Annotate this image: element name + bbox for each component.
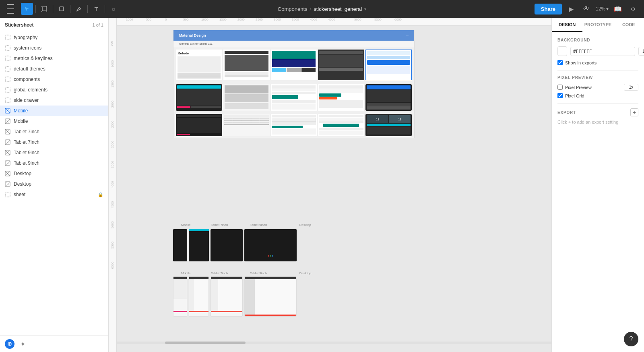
- dashed-rect-icon: [5, 35, 10, 40]
- background-color-swatch[interactable]: [557, 46, 567, 56]
- chevron-down-icon[interactable]: ▾: [364, 7, 366, 11]
- right-panel-body: BACKGROUND Show in exports PIXEL PREVIEW: [552, 32, 644, 352]
- sidebar-item-components[interactable]: components: [0, 74, 108, 85]
- share-button[interactable]: Share: [535, 4, 562, 14]
- svg-line-3: [41, 11, 42, 12]
- preview-button[interactable]: 👁: [580, 3, 592, 15]
- sidebar-item-label: Mobile: [14, 118, 28, 124]
- banner-title: Material Design: [179, 33, 206, 37]
- sidebar-item-tablet-7inch-1[interactable]: Tablet 7inch: [0, 126, 108, 137]
- ruler-mark: 2500: [111, 121, 114, 128]
- text-tool[interactable]: T: [90, 3, 102, 15]
- canvas-scrollbar[interactable]: [117, 342, 551, 344]
- zoom-indicator[interactable]: 12% ▾: [596, 6, 609, 12]
- zoom-chevron: ▾: [606, 6, 609, 12]
- settings-button[interactable]: ⚙: [627, 3, 639, 15]
- sidebar-item-label: Desktop: [14, 181, 31, 187]
- pen-tool[interactable]: [73, 3, 85, 15]
- tablet9-label: Tablet 9inch: [250, 223, 267, 227]
- main-layout: Stickersheet 1 of 1 typography: [0, 18, 644, 352]
- cross-rect-icon: [5, 108, 10, 114]
- ruler-top: -1000 -500 0 500 1000 1500 2000 2500 300…: [109, 18, 551, 26]
- dashed-rect-icon: [5, 66, 10, 72]
- canvas-scrollbar-thumb[interactable]: [165, 342, 246, 344]
- thumb-phone-dark: [365, 84, 412, 111]
- export-section-title: EXPORT: [557, 110, 576, 115]
- canvas-grid-2: [176, 84, 412, 111]
- breadcrumb: Components / stickersheet_general ▾: [278, 6, 366, 12]
- pixel-preview-label: Pixel Preview: [565, 85, 592, 90]
- svg-rect-12: [5, 98, 10, 103]
- sidebar-item-global-elements[interactable]: global elements: [0, 85, 108, 95]
- thumb-typography: Roboto: [176, 50, 222, 80]
- sidebar-item-label: metrics & keylines: [14, 56, 53, 61]
- file-name[interactable]: stickersheet_general: [314, 6, 362, 12]
- help-button[interactable]: ?: [624, 332, 638, 346]
- divider-2: [557, 103, 638, 104]
- sidebar-item-desktop-1[interactable]: Desktop: [0, 168, 108, 179]
- background-opacity-input[interactable]: [638, 47, 644, 56]
- sidebar-bottom-icon-1[interactable]: [5, 339, 14, 349]
- sidebar-item-tablet-9inch-1[interactable]: Tablet 9inch: [0, 147, 108, 158]
- background-section-title: BACKGROUND: [557, 38, 638, 42]
- tab-code[interactable]: CODE: [613, 18, 644, 32]
- svg-rect-37: [5, 192, 10, 197]
- sidebar-item-typography[interactable]: typography: [0, 32, 108, 43]
- cursor-tool[interactable]: [21, 3, 33, 15]
- dark-desktop-1: [244, 229, 297, 261]
- thumb-text-comp: [271, 84, 317, 111]
- thumb-components: [365, 50, 412, 80]
- canvas-subtitle: General Sticker Sheet V11: [173, 41, 414, 47]
- show-in-exports-checkbox[interactable]: [557, 60, 563, 65]
- ruler-mark: 2000: [237, 18, 245, 21]
- right-panel: DESIGN PROTOTYPE CODE BACKGROUND Show in…: [551, 18, 644, 352]
- tablet7-label: Tablet 7inch: [211, 223, 228, 227]
- tab-design[interactable]: DESIGN: [552, 18, 582, 32]
- hamburger-menu[interactable]: [5, 3, 16, 14]
- canvas-banner: Material Design ···: [173, 30, 414, 41]
- frame-tool[interactable]: [38, 3, 50, 15]
- pixel-preview-section-title: PIXEL PREVIEW: [557, 75, 638, 80]
- ruler-mark: 6000: [111, 262, 114, 269]
- background-color-input[interactable]: [570, 47, 635, 56]
- ruler-mark: 3500: [292, 18, 299, 21]
- project-name: Components: [278, 6, 308, 12]
- sidebar-item-tablet-9inch-2[interactable]: Tablet 9inch: [0, 158, 108, 168]
- light-tablet-7-1: [189, 276, 209, 317]
- sidebar-item-sheet[interactable]: sheet 🔒: [0, 189, 108, 200]
- canvas-area[interactable]: -1000 -500 0 500 1000 1500 2000 2500 300…: [109, 18, 551, 352]
- sidebar-item-mobile-2[interactable]: Mobile: [0, 116, 108, 126]
- ruler-mark: 2000: [111, 101, 114, 108]
- play-button[interactable]: ▶: [565, 3, 577, 15]
- book-button[interactable]: 📖: [612, 3, 624, 15]
- left-sidebar: Stickersheet 1 of 1 typography: [0, 18, 109, 352]
- sidebar-item-metrics-keylines[interactable]: metrics & keylines: [0, 53, 108, 64]
- sidebar-item-mobile-1[interactable]: Mobile: [0, 106, 108, 116]
- sidebar-item-side-drawer[interactable]: side drawer: [0, 95, 108, 106]
- sidebar-item-desktop-2[interactable]: Desktop: [0, 179, 108, 189]
- export-add-button[interactable]: +: [630, 108, 638, 116]
- pixel-grid-checkbox[interactable]: [557, 93, 563, 98]
- sidebar-item-default-themes[interactable]: default themes: [0, 64, 108, 74]
- comment-tool[interactable]: ○: [107, 3, 120, 15]
- sidebar-item-system-icons[interactable]: system icons: [0, 43, 108, 53]
- cross-rect-icon: [5, 160, 10, 166]
- ruler-mark: 4000: [111, 181, 114, 188]
- light-tablet-9-1: [211, 276, 243, 317]
- thumb-list: [318, 114, 364, 136]
- svg-rect-0: [42, 7, 46, 11]
- pixel-preview-checkbox[interactable]: [557, 85, 563, 90]
- thumb-gray-1: [223, 84, 270, 111]
- thumb-keyboard: [223, 114, 270, 136]
- ruler-mark: 2500: [256, 18, 263, 21]
- cross-rect-icon: [5, 181, 10, 187]
- canvas-section-1: Roboto: [173, 47, 414, 83]
- sidebar-item-tablet-7inch-2[interactable]: Tablet 7inch: [0, 137, 108, 147]
- pixel-preview-scale-input[interactable]: [624, 84, 638, 91]
- svg-rect-8: [5, 56, 10, 61]
- dashed-rect-icon: [5, 56, 10, 61]
- ruler-mark: 5500: [111, 242, 114, 249]
- sidebar-bottom-icon-2[interactable]: ✦: [18, 339, 27, 349]
- shape-tool[interactable]: [56, 3, 68, 15]
- tab-prototype[interactable]: PROTOTYPE: [582, 18, 613, 32]
